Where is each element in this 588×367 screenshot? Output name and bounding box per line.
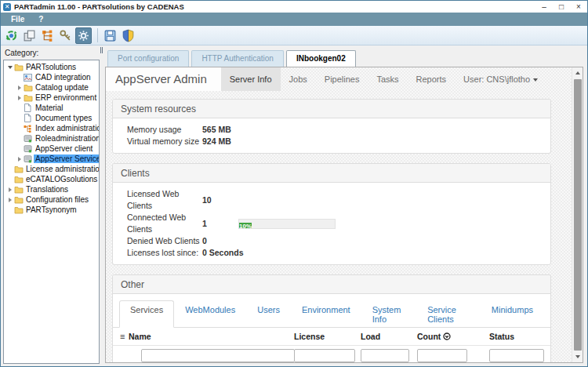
licenses-lost-row: Licenses lost since: 0 Seconds xyxy=(127,247,543,259)
toolbar xyxy=(1,26,587,45)
vertical-scrollbar[interactable] xyxy=(572,67,583,362)
document-icon xyxy=(24,114,34,122)
filter-count-input[interactable] xyxy=(417,349,467,362)
filter-license-input[interactable] xyxy=(294,349,355,362)
col-count[interactable]: Count xyxy=(417,332,489,341)
category-tree: PARTsolutions CAD integration Catalog up… xyxy=(3,60,100,364)
subtab-system-info[interactable]: System Info xyxy=(361,300,416,328)
sidebar-item-configuration-files[interactable]: Configuration files xyxy=(4,194,99,205)
filter-load-input[interactable] xyxy=(361,349,409,362)
tab-strip: Port configuration HTTP Authentication I… xyxy=(107,50,583,67)
filter-status-input[interactable] xyxy=(489,349,544,362)
menu-bar: File ? xyxy=(1,13,587,26)
sidebar-item-cad-integration[interactable]: CAD integration xyxy=(4,72,99,82)
folder-icon xyxy=(14,165,24,173)
sidebar-item-license-administration[interactable]: License administration xyxy=(4,164,99,174)
sidebar-item-partsynonym[interactable]: PARTsynonym xyxy=(4,205,99,215)
nav-server-info[interactable]: Server Info xyxy=(221,67,281,91)
tab-port-configuration[interactable]: Port configuration xyxy=(107,50,189,67)
sidebar-item-ecatalogsolutions[interactable]: eCATALOGsolutions xyxy=(4,174,99,184)
denied-clients-row: Denied Web Clients 0 xyxy=(127,235,543,247)
user-menu[interactable]: User: CNS\jflotho xyxy=(455,67,546,91)
virtual-memory-row: Virtual memory size 924 MB xyxy=(127,136,543,147)
sidebar-item-appserver-client[interactable]: AppServer client xyxy=(4,144,99,154)
folder-icon xyxy=(14,206,24,214)
tab-inbookgen02[interactable]: INbookgen02 xyxy=(286,50,356,67)
tab-http-authentication[interactable]: HTTP Authentication xyxy=(191,50,284,67)
subtab-minidumps[interactable]: Minidumps xyxy=(481,300,544,328)
chevron-right-icon[interactable] xyxy=(16,157,24,162)
sidebar-item-index-administration[interactable]: Index administration xyxy=(4,123,99,133)
appserver-brand: AppServer Admin xyxy=(106,67,221,91)
copy-icon[interactable] xyxy=(21,27,38,44)
clients-panel: Clients Licensed Web Clients 10 Connecte… xyxy=(112,163,551,265)
sync-icon[interactable] xyxy=(3,27,20,44)
category-sidebar: Category: PARTsolutions CAD integration … xyxy=(1,45,100,366)
nav-pipelines[interactable]: Pipelines xyxy=(316,67,368,91)
sidebar-item-appserver-service[interactable]: AppServer Service xyxy=(4,154,99,164)
service-settings-icon[interactable] xyxy=(75,27,92,44)
col-name[interactable]: Name xyxy=(129,332,294,341)
scrollbar-thumb[interactable] xyxy=(574,79,582,351)
image-icon xyxy=(24,74,34,82)
index-icon xyxy=(24,125,34,133)
menu-help[interactable]: ? xyxy=(31,15,50,24)
other-tab-strip: Services WebModules Users Environment Sy… xyxy=(113,294,550,328)
services-table-header: ≡ Name License Load Count Status xyxy=(113,328,550,345)
scroll-down-icon[interactable] xyxy=(572,351,583,362)
col-status[interactable]: Status xyxy=(489,332,550,341)
system-resources-panel: System resources Memory usage 565 MB Vir… xyxy=(112,99,551,154)
keys-icon[interactable] xyxy=(57,27,74,44)
main-area: Category: PARTsolutions CAD integration … xyxy=(1,45,587,366)
sidebar-item-material[interactable]: Material xyxy=(4,103,99,113)
uac-shield-icon[interactable] xyxy=(120,27,136,44)
other-panel: Other Services WebModules Users Environm… xyxy=(112,274,551,362)
chevron-right-icon[interactable] xyxy=(16,85,24,90)
minimize-button[interactable]: – xyxy=(535,2,553,11)
index-structure-icon[interactable] xyxy=(39,27,56,44)
menu-file[interactable]: File xyxy=(4,15,31,24)
folder-icon xyxy=(24,84,34,92)
save-icon[interactable] xyxy=(102,27,118,44)
subtab-environment[interactable]: Environment xyxy=(291,300,361,328)
sidebar-item-partsolutions[interactable]: PARTsolutions xyxy=(4,62,99,72)
filter-name-input[interactable] xyxy=(141,349,295,362)
chevron-right-icon[interactable] xyxy=(6,187,14,192)
title-bar: ✕ PARTadmin 11.00 - PARTsolutions by CAD… xyxy=(1,1,587,13)
memory-usage-row: Memory usage 565 MB xyxy=(127,124,543,136)
progress-fill: 10% xyxy=(239,223,252,229)
panel-title: System resources xyxy=(113,100,550,118)
sidebar-item-document-types[interactable]: Document types xyxy=(4,113,99,123)
chevron-down-icon[interactable] xyxy=(6,66,14,69)
maximize-button[interactable]: □ xyxy=(553,2,570,11)
sidebar-item-roleadministration[interactable]: Roleadministration xyxy=(4,133,99,144)
subtab-services[interactable]: Services xyxy=(119,300,174,328)
folder-icon xyxy=(14,176,24,184)
subtab-users[interactable]: Users xyxy=(246,300,291,328)
chevron-right-icon[interactable] xyxy=(16,96,24,100)
nav-reports[interactable]: Reports xyxy=(408,67,456,91)
col-license[interactable]: License xyxy=(294,332,361,341)
nav-jobs[interactable]: Jobs xyxy=(281,67,316,91)
nav-tasks[interactable]: Tasks xyxy=(368,67,407,91)
close-button[interactable]: × xyxy=(570,2,587,11)
connected-clients-row: Connected Web Clients 1 10% xyxy=(127,212,543,235)
sidebar-item-catalog-update[interactable]: Catalog update xyxy=(4,82,99,93)
clients-progress-bar: 10% xyxy=(238,219,336,229)
chevron-right-icon[interactable] xyxy=(6,198,14,202)
server-icon xyxy=(24,145,34,153)
server-icon xyxy=(24,135,34,143)
appserver-admin-page: AppServer Admin Server Info Jobs Pipelin… xyxy=(106,67,572,362)
sidebar-item-translations[interactable]: Translations xyxy=(4,184,99,194)
sort-descending-icon xyxy=(443,332,451,340)
licensed-clients-row: Licensed Web Clients 10 xyxy=(127,188,543,212)
subtab-webmodules[interactable]: WebModules xyxy=(174,300,246,328)
sidebar-item-erp-environment[interactable]: ERP environment xyxy=(4,93,99,103)
table-menu-icon[interactable]: ≡ xyxy=(113,332,129,341)
subtab-service-clients[interactable]: Service Clients xyxy=(416,300,481,328)
panel-title: Clients xyxy=(113,164,550,183)
col-load[interactable]: Load xyxy=(361,332,417,341)
document-icon xyxy=(24,104,34,112)
window-title: PARTadmin 11.00 - PARTsolutions by CADEN… xyxy=(14,2,535,11)
scroll-up-icon[interactable] xyxy=(572,67,583,78)
